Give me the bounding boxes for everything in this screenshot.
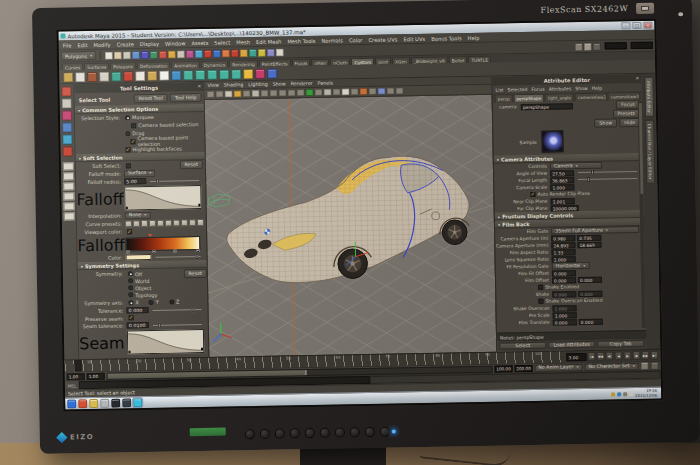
attribute-editor-bottom-button[interactable]: Copy Tab xyxy=(597,340,644,348)
status-icon[interactable] xyxy=(105,51,113,59)
status-icon[interactable] xyxy=(159,50,167,58)
anim-end-field[interactable]: 100.00 xyxy=(494,365,512,372)
axis-radio-option[interactable]: Z xyxy=(167,298,180,305)
viewport-menu-item[interactable]: Lighting xyxy=(248,82,267,87)
shelf-icon[interactable] xyxy=(255,68,265,78)
color-swatch[interactable] xyxy=(125,254,151,260)
symmetry-reset-button[interactable]: Reset xyxy=(183,269,207,278)
taskbar-app-icon[interactable] xyxy=(133,398,142,407)
near-clip-field[interactable]: 1.001 xyxy=(551,198,575,204)
menu-item[interactable]: Mesh xyxy=(236,39,250,45)
status-icon[interactable] xyxy=(267,48,275,56)
menu-item[interactable]: Color xyxy=(349,37,363,43)
taskbar-app-icon[interactable] xyxy=(89,399,98,408)
playback-button[interactable]: |▶ xyxy=(632,351,640,360)
shelf-icon[interactable] xyxy=(219,69,229,79)
view-toggle-icon[interactable] xyxy=(584,42,592,50)
focus-button[interactable]: Focus xyxy=(616,100,640,109)
playback-button[interactable]: |◀ xyxy=(587,352,595,361)
current-frame-marker[interactable] xyxy=(74,360,81,371)
camera-based-point-selection-checkbox[interactable] xyxy=(131,139,136,144)
film-translate-y-field[interactable]: 0.000 xyxy=(579,318,603,324)
command-language-toggle[interactable]: MEL xyxy=(65,381,79,389)
status-icon[interactable] xyxy=(132,51,140,59)
viewport-toolbar-icon[interactable] xyxy=(243,90,251,97)
playback-button[interactable]: ▶▶ xyxy=(641,351,649,360)
status-icon[interactable] xyxy=(150,50,158,58)
taskbar-app-icon[interactable] xyxy=(111,399,120,408)
taskbar-app-icon[interactable] xyxy=(78,399,87,408)
menu-item[interactable]: Edit Mesh xyxy=(256,38,281,44)
shelf-icon[interactable] xyxy=(183,70,193,80)
menu-item[interactable]: Bonus Tools xyxy=(431,35,462,42)
shelf-icon[interactable] xyxy=(231,69,241,79)
tolerance-field[interactable]: 0.000 xyxy=(126,307,148,313)
shelf-icon[interactable] xyxy=(207,69,217,79)
viewport-toolbar-icon[interactable] xyxy=(341,88,349,95)
status-icon[interactable] xyxy=(186,50,194,58)
shelf-icon[interactable] xyxy=(87,71,97,81)
seam-tolerance-field[interactable]: 0.0100 xyxy=(127,322,149,328)
interpolation-dropdown[interactable]: None xyxy=(125,211,151,218)
viewport-toolbar-icon[interactable] xyxy=(359,88,367,95)
shelf-icon[interactable] xyxy=(243,69,253,79)
viewport-toolbar-icon[interactable] xyxy=(386,87,394,94)
menu-item[interactable]: Window xyxy=(165,40,186,46)
aperture-in-y-field[interactable]: 0.735 xyxy=(577,234,601,240)
viewport-toolbar-icon[interactable] xyxy=(252,90,260,97)
attribute-editor-menu-item[interactable]: Focus xyxy=(531,86,544,91)
layout-four-pane-icon[interactable] xyxy=(62,172,73,180)
angle-of-view-field[interactable]: 27.50 xyxy=(550,170,574,176)
pre-scale-field[interactable]: 1.000 xyxy=(553,312,577,318)
seam-falloff-curve-widget[interactable] xyxy=(127,329,204,354)
viewport-toolbar-icon[interactable] xyxy=(225,90,233,97)
taskbar-app-icon[interactable] xyxy=(100,399,109,408)
film-translate-x-field[interactable]: 0.000 xyxy=(553,319,577,325)
animation-preferences-icon[interactable] xyxy=(651,362,659,370)
viewport-canvas[interactable] xyxy=(205,95,497,357)
taskbar-clock[interactable]: 19:56 2015/12/06 xyxy=(635,389,657,398)
shelf-icon[interactable] xyxy=(75,72,85,82)
viewport-color-checkbox[interactable] xyxy=(127,229,132,234)
viewport-toolbar-icon[interactable] xyxy=(314,89,322,96)
shake-y-field[interactable]: 0.000 xyxy=(578,290,602,296)
seam-tolerance-slider[interactable] xyxy=(153,324,202,326)
shake-enabled-checkbox[interactable] xyxy=(538,285,543,290)
status-icon[interactable] xyxy=(231,49,239,57)
shake-x-field[interactable]: 0.000 xyxy=(552,291,576,297)
falloff-mode-dropdown[interactable]: Surface xyxy=(124,169,155,177)
menu-item[interactable]: Modify xyxy=(93,41,110,47)
viewport-toolbar-icon[interactable] xyxy=(270,90,278,97)
viewport-toolbar-icon[interactable] xyxy=(377,88,385,95)
show-button[interactable]: Show xyxy=(594,118,617,127)
status-icon[interactable] xyxy=(276,48,284,56)
attribute-editor-bottom-button[interactable]: Load Attributes xyxy=(548,341,595,349)
falloff-radius-slider[interactable] xyxy=(150,180,199,182)
status-icon[interactable] xyxy=(240,49,248,57)
status-icon[interactable] xyxy=(213,49,221,57)
attribute-editor-menu-item[interactable]: Help xyxy=(592,85,603,90)
close-button[interactable]: × xyxy=(643,22,652,29)
film-offset-y-field[interactable]: 0.000 xyxy=(578,276,602,282)
status-icon[interactable] xyxy=(123,51,131,59)
shelf-icon[interactable] xyxy=(135,71,145,81)
menu-item[interactable]: Edit UVs xyxy=(403,35,425,41)
viewport-toolbar-icon[interactable] xyxy=(288,89,296,96)
attribute-editor-menu-item[interactable]: Show xyxy=(575,85,587,90)
camera-name-field[interactable]: perspShape xyxy=(521,103,573,110)
viewport-toolbar-icon[interactable] xyxy=(305,89,313,96)
playback-end-field[interactable]: 200.00 xyxy=(514,364,532,371)
taskbar-app-icon[interactable] xyxy=(67,399,76,408)
menu-item[interactable]: Help xyxy=(467,34,479,40)
highlight-backfaces-checkbox[interactable] xyxy=(126,147,131,152)
menu-item[interactable]: Select xyxy=(214,39,230,45)
playback-button[interactable]: ◀ xyxy=(614,351,622,360)
status-icon[interactable] xyxy=(195,49,203,57)
status-icon[interactable] xyxy=(258,48,266,56)
tool-help-button[interactable]: Tool Help xyxy=(170,93,202,103)
color-slider[interactable] xyxy=(156,256,201,258)
viewport-toolbar-icon[interactable] xyxy=(368,88,376,95)
axis-radio-option[interactable]: X xyxy=(126,299,139,306)
viewport-toolbar-icon[interactable] xyxy=(350,88,358,95)
view-toggle-icon[interactable] xyxy=(593,42,601,50)
